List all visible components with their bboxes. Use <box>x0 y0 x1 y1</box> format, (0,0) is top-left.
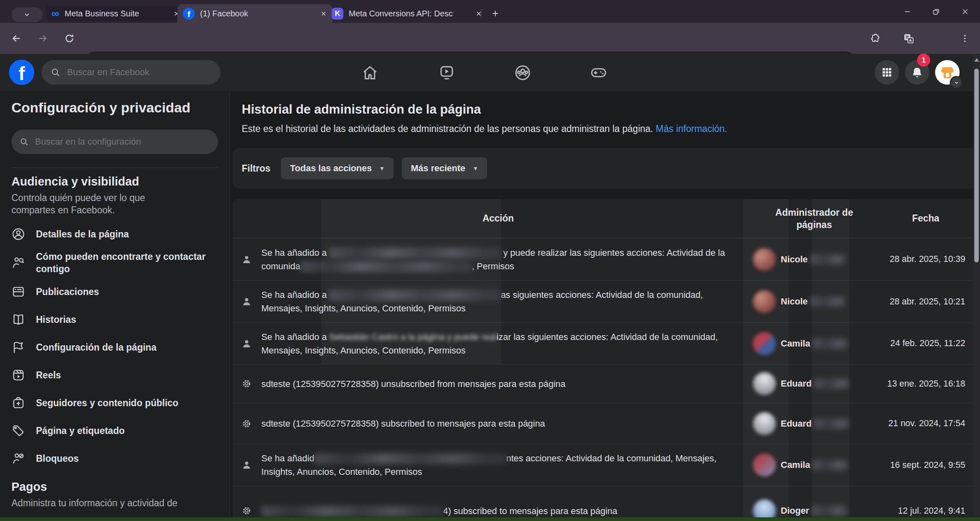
table-row: Se ha añadido a as siguientes acciones: … <box>233 281 976 323</box>
person-circle-icon <box>11 227 26 241</box>
section-description: Controla quién puede ver lo que comparte… <box>11 192 191 216</box>
description-text: Este es el historial de las actividades … <box>242 123 653 134</box>
sidebar-title: Configuración y privacidad <box>11 100 218 116</box>
kommo-favicon-icon: K <box>332 8 343 20</box>
scrollbar-thumb[interactable] <box>974 69 979 262</box>
extensions-button[interactable] <box>866 30 883 47</box>
sidebar-item-detalles-pagina[interactable]: Detalles de la página <box>11 223 218 245</box>
tab-facebook-active[interactable]: f (1) Facebook <box>177 4 332 23</box>
posts-icon <box>11 285 26 299</box>
sidebar-item-configuracion-pagina[interactable]: Configuración de la página <box>11 336 218 358</box>
close-tab-icon[interactable] <box>470 11 482 17</box>
settings-sidebar: Configuración y privacidad Audiencia y v… <box>0 91 230 521</box>
browser-toolbar: N <box>0 23 980 54</box>
close-window-button[interactable] <box>956 5 974 18</box>
sidebar-item-reels[interactable]: Reels <box>11 364 218 386</box>
sidebar-item-seguidores[interactable]: Seguidores y contenido público <box>11 391 218 414</box>
book-icon <box>11 313 26 326</box>
admin-name: Camila <box>781 460 810 470</box>
account-chevron-button[interactable] <box>950 76 963 89</box>
admin-cell: Nicole <box>753 248 875 271</box>
admin-name: Nicole <box>781 296 808 307</box>
nav-home[interactable] <box>360 63 380 83</box>
minimize-button[interactable] <box>898 5 917 18</box>
settings-search-input[interactable] <box>34 136 210 148</box>
new-tab-button[interactable] <box>488 7 502 20</box>
grid-menu-icon <box>881 67 893 78</box>
action-text: 4) subscribed to mensajes para esta pági… <box>261 504 735 518</box>
admin-cell: Nicole <box>753 290 875 313</box>
sidebar-item-publicaciones[interactable]: Publicaciones <box>11 280 218 303</box>
nav-groups[interactable] <box>513 63 532 83</box>
reload-button[interactable] <box>61 30 78 47</box>
table-row: Se ha añadido a Sebastián Castro a la pá… <box>233 323 976 364</box>
section-title: Audiencia y visibilidad <box>11 175 218 188</box>
sidebar-item-etiquetado[interactable]: Página y etiquetado <box>11 419 218 442</box>
nav-gaming[interactable] <box>589 63 608 83</box>
table-header-row: Acción Administrador de páginas Fecha <box>233 199 976 238</box>
browser-menu-button[interactable] <box>957 30 973 47</box>
tab-search-button[interactable] <box>11 7 42 22</box>
chevron-down-icon <box>23 11 31 18</box>
browser-tab-strip: ∞ Meta Business Suite f (1) Facebook K M… <box>0 0 980 23</box>
restore-button[interactable] <box>927 5 945 18</box>
close-tab-icon[interactable] <box>315 11 327 17</box>
reload-icon <box>64 33 75 44</box>
pagos-section-title: Pagos <box>11 480 218 494</box>
redacted-surname <box>813 460 848 470</box>
table-row: 4) subscribed to mensajes para esta pági… <box>233 486 976 521</box>
follower-plus-icon <box>11 396 26 410</box>
page-description: Este es el historial de las actividades … <box>242 123 727 134</box>
filter-all-actions-dropdown[interactable]: Todas las acciones ▼ <box>281 157 394 179</box>
facebook-logo[interactable]: f <box>9 60 34 85</box>
redacted-text <box>261 506 443 517</box>
mas-informacion-link[interactable]: Más información. <box>656 123 727 134</box>
page-scrollbar[interactable] <box>973 54 980 521</box>
facebook-search[interactable] <box>42 60 220 85</box>
table-row: Se ha añadido a y puede realizar las sig… <box>233 238 976 281</box>
puzzle-icon <box>869 33 880 44</box>
tab-meta-business-suite[interactable]: ∞ Meta Business Suite <box>46 6 185 21</box>
sidebar-item-label: Bloqueos <box>36 452 79 465</box>
redacted-surname <box>812 506 847 516</box>
sidebar-item-label: Seguidores y contenido público <box>36 397 178 409</box>
admin-cell: Eduard <box>753 372 875 395</box>
bottom-edge-strip <box>0 517 980 521</box>
translate-button[interactable] <box>900 30 917 47</box>
nav-watch[interactable] <box>437 63 457 83</box>
scroll-up-arrow-icon[interactable] <box>974 58 979 62</box>
back-button[interactable] <box>8 30 24 47</box>
date-cell: 28 abr. 2025, 10:39 <box>875 254 976 264</box>
action-text: Se ha añadidntes acciones: Actividad de … <box>261 452 735 479</box>
admin-avatar <box>753 372 776 395</box>
date-cell: 12 jul. 2024, 9:41 <box>875 506 976 516</box>
admin-name: Eduard <box>781 378 812 389</box>
admin-cell: Camila <box>753 332 875 355</box>
forward-button[interactable] <box>35 30 51 47</box>
column-header-administrador: Administrador de páginas <box>753 206 875 231</box>
search-icon <box>51 67 60 77</box>
tab-meta-conversions-api[interactable]: K Meta Conversions API: Descripc <box>326 6 488 21</box>
sidebar-item-como-encontrarte[interactable]: Cómo pueden encontrarte y contactar cont… <box>11 250 218 275</box>
sidebar-item-label: Reels <box>36 369 61 381</box>
blurred-text: Sebastián Castro a la página y puede rea… <box>329 332 497 342</box>
gaming-icon <box>590 64 608 82</box>
sidebar-item-historias[interactable]: Historias <box>11 308 218 331</box>
admin-name: Eduard <box>781 418 812 429</box>
redacted-surname <box>810 297 845 306</box>
tab-title: (1) Facebook <box>200 9 248 18</box>
sidebar-item-label: Historias <box>36 313 76 326</box>
restore-icon <box>932 8 940 16</box>
facebook-search-input[interactable] <box>66 67 212 78</box>
sidebar-item-label: Detalles de la página <box>36 228 129 240</box>
sidebar-item-bloqueos[interactable]: Bloqueos <box>11 447 218 470</box>
search-icon <box>20 137 29 146</box>
admin-name: Nicole <box>781 254 808 265</box>
admin-avatar <box>753 412 776 435</box>
admin-name: Camila <box>781 338 810 349</box>
filter-sort-dropdown[interactable]: Más reciente ▼ <box>402 157 487 179</box>
settings-search[interactable] <box>11 130 218 154</box>
apps-menu-button[interactable] <box>875 60 899 85</box>
bell-icon <box>911 66 923 78</box>
filter-label: Todas las acciones <box>290 163 372 174</box>
